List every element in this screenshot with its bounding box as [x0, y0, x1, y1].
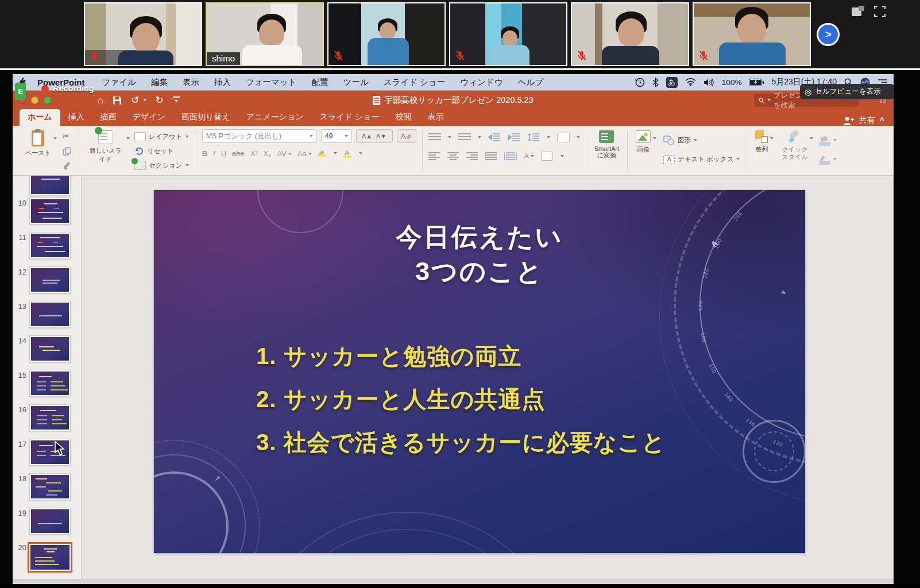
- undo-dropdown[interactable]: [143, 99, 146, 103]
- numbering-dropdown[interactable]: [478, 136, 481, 140]
- participant-video-4[interactable]: [449, 2, 567, 66]
- underline-button[interactable]: U: [221, 149, 226, 158]
- tab-animations[interactable]: アニメーション: [238, 109, 312, 126]
- slide-thumb-14[interactable]: 14: [13, 335, 82, 365]
- justify-button[interactable]: [485, 152, 497, 160]
- format-painter-icon[interactable]: [63, 161, 72, 170]
- highlight-dropdown[interactable]: [334, 152, 337, 156]
- menu-item-view[interactable]: 表示: [183, 77, 199, 88]
- home-quick-icon[interactable]: ⌂: [98, 95, 103, 106]
- slide-bullet-list[interactable]: 1. サッカーと勉強の両立 2. サッカーと人生の共通点 3. 社会で活きるサッ…: [256, 335, 666, 464]
- columns-dropdown[interactable]: [577, 136, 580, 140]
- collapse-ribbon-icon[interactable]: ^: [880, 116, 884, 125]
- menu-item-edit[interactable]: 編集: [151, 77, 168, 88]
- line-spacing-dropdown[interactable]: [547, 136, 550, 140]
- slide-thumb-13[interactable]: 13: [13, 301, 82, 331]
- shapes-button[interactable]: 図形: [663, 136, 740, 145]
- columns-button[interactable]: [557, 133, 570, 142]
- ime-input-icon[interactable]: あ: [666, 77, 678, 88]
- insert-image-button[interactable]: 画像: [633, 129, 653, 155]
- character-spacing-button[interactable]: AV: [277, 149, 291, 158]
- redo-icon[interactable]: ↻: [156, 94, 164, 106]
- menu-item-arrange[interactable]: 配置: [312, 77, 328, 88]
- convert-to-smartart-button[interactable]: SmartArt に変換: [592, 129, 621, 161]
- bullets-button[interactable]: [428, 133, 441, 142]
- menu-item-insert[interactable]: 挿入: [214, 77, 231, 88]
- slide-thumb-16[interactable]: 16: [13, 404, 82, 434]
- highlight-color-button[interactable]: [318, 150, 326, 157]
- slide-thumb-11[interactable]: 11: [13, 232, 82, 262]
- minimize-window-button[interactable]: [31, 96, 38, 104]
- tab-slideshow[interactable]: スライド ショー: [312, 109, 388, 126]
- undo-icon[interactable]: ↺: [131, 94, 139, 106]
- align-left-button[interactable]: [428, 152, 440, 160]
- section-button[interactable]: セクション: [134, 161, 189, 170]
- volume-icon[interactable]: [703, 78, 714, 87]
- slide-thumb-17[interactable]: 17: [13, 439, 82, 469]
- font-color-button[interactable]: A: [343, 149, 351, 158]
- slide-thumb-15[interactable]: 15: [13, 370, 82, 400]
- wifi-icon[interactable]: [685, 78, 696, 86]
- slide-thumb-20-selected[interactable]: 20: [13, 542, 82, 572]
- align-center-button[interactable]: [447, 152, 459, 160]
- tab-design[interactable]: デザイン: [125, 109, 173, 126]
- bold-button[interactable]: B: [202, 149, 207, 158]
- reset-button[interactable]: リセット: [134, 147, 189, 156]
- gallery-view-icon[interactable]: [851, 6, 865, 17]
- search-scope-dropdown[interactable]: [767, 99, 771, 103]
- participant-video-5[interactable]: [571, 2, 689, 66]
- font-name-combo[interactable]: MS Pゴシック (見出し): [202, 129, 317, 143]
- image-dropdown[interactable]: [653, 137, 656, 141]
- strikethrough-button[interactable]: abe: [232, 149, 245, 158]
- participant-video-2-active-speaker[interactable]: shimo: [206, 2, 324, 66]
- italic-button[interactable]: I: [213, 149, 215, 158]
- align-text-button[interactable]: [542, 152, 553, 161]
- font-size-combo[interactable]: 49: [321, 129, 352, 143]
- next-participants-button[interactable]: >: [817, 23, 840, 46]
- participant-video-6[interactable]: [693, 2, 811, 66]
- slide-thumb-partial[interactable]: [13, 176, 82, 199]
- customize-toolbar-icon[interactable]: [173, 96, 180, 104]
- paste-dropdown[interactable]: [53, 137, 57, 141]
- align-text-dropdown[interactable]: [560, 155, 564, 159]
- participant-video-3[interactable]: [327, 2, 446, 66]
- slide-thumb-19[interactable]: 19: [13, 508, 82, 537]
- arrange-dropdown[interactable]: [770, 137, 774, 141]
- shape-outline-button[interactable]: [819, 154, 837, 165]
- slide-thumb-12[interactable]: 12: [13, 266, 82, 296]
- menu-item-tools[interactable]: ツール: [343, 77, 369, 88]
- menu-item-slideshow[interactable]: スライド ショー: [384, 77, 446, 88]
- time-machine-icon[interactable]: [635, 78, 645, 87]
- align-right-button[interactable]: [466, 152, 478, 160]
- slide-title[interactable]: 今日伝えたい 3つのこと: [154, 220, 805, 289]
- tab-review[interactable]: 校閲: [387, 109, 419, 126]
- increase-indent-button[interactable]: [508, 133, 520, 142]
- menu-item-help[interactable]: ヘルプ: [518, 77, 544, 88]
- copy-icon[interactable]: [63, 147, 71, 156]
- quick-styles-button[interactable]: クイック スタイル: [779, 129, 810, 163]
- tab-home[interactable]: ホーム: [20, 109, 60, 126]
- extension-badge[interactable]: E: [15, 83, 26, 100]
- zoom-window-button[interactable]: [44, 96, 51, 104]
- menu-item-window[interactable]: ウィンドウ: [460, 77, 502, 88]
- font-grow-shrink[interactable]: A▲A▼: [356, 129, 393, 143]
- distribute-text-button[interactable]: [504, 152, 517, 160]
- slide-thumb-18[interactable]: 18: [13, 473, 82, 503]
- text-direction-button[interactable]: A: [524, 152, 534, 160]
- shape-fill-button[interactable]: [819, 136, 837, 146]
- tab-view[interactable]: 表示: [419, 109, 451, 126]
- tab-transitions[interactable]: 画面切り替え: [173, 109, 238, 126]
- fullscreen-icon[interactable]: [874, 6, 886, 17]
- arrange-button[interactable]: 整列: [753, 129, 770, 155]
- save-icon[interactable]: [113, 96, 122, 105]
- textbox-button[interactable]: A テキスト ボックス: [663, 155, 740, 164]
- slide-thumbnail-panel[interactable]: 10 11 12: [13, 176, 82, 579]
- layout-button[interactable]: レイアウト: [134, 132, 189, 141]
- new-slide-dropdown[interactable]: [126, 137, 130, 141]
- slide-canvas[interactable]: ↗ 200 190 180 170 160 150 140 130 120 11…: [154, 190, 805, 553]
- change-case-button[interactable]: Aa: [297, 149, 312, 158]
- participant-video-1[interactable]: [84, 2, 202, 66]
- clear-formatting-button[interactable]: A: [397, 129, 416, 143]
- paste-button[interactable]: ペースト: [23, 129, 53, 158]
- tab-draw[interactable]: 描画: [92, 109, 125, 126]
